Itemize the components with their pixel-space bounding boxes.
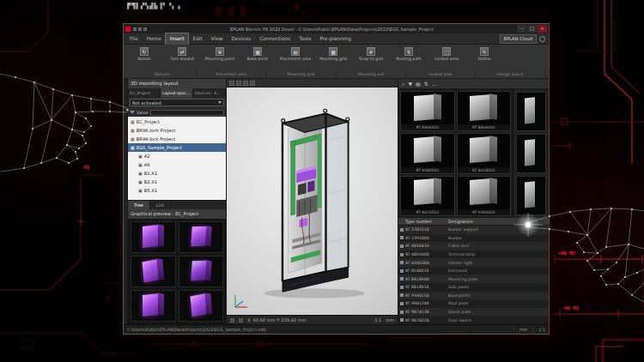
graphical-preview — [128, 219, 226, 324]
ribbon-tab[interactable]: Devices — [227, 33, 255, 45]
ribbon-button-icon: ⇄ — [178, 47, 186, 56]
ribbon-button[interactable]: ⊕ Mounting point — [203, 47, 237, 61]
table-row[interactable]: RT 8618500 Mounting plate — [398, 275, 549, 283]
ribbon-button[interactable]: ▩ Mounting grid — [316, 47, 350, 61]
enclosure-small-b[interactable] — [516, 134, 546, 173]
window-controls: –▢× — [517, 25, 547, 33]
ribbon-button[interactable]: ⇄ Turn around — [165, 47, 199, 61]
tree-item[interactable]: ▦ EC_Project — [128, 118, 226, 126]
part-icon — [400, 253, 404, 256]
tree-item-icon: ▣ — [138, 179, 143, 184]
panel-tab[interactable]: EC_Project — [128, 88, 161, 98]
quick-access-toolbar[interactable] — [133, 27, 147, 31]
ribbon-button[interactable]: ✎ Define — [467, 47, 501, 61]
ribbon-button[interactable]: ▤ Placement area — [278, 47, 313, 61]
snap-icon[interactable] — [230, 318, 234, 323]
value-input[interactable] — [150, 110, 224, 116]
title-bar[interactable]: EPLAN Electric P8 2022 Devel - C:\Users\… — [124, 24, 549, 33]
tree-item[interactable]: ▣ B2.X1 — [128, 178, 226, 186]
col-designation[interactable]: Designation — [447, 220, 549, 224]
ribbon-tab[interactable]: Home — [143, 33, 166, 45]
table-row[interactable]: RT 8618510 Side panel — [398, 283, 549, 292]
ribbon-tab[interactable]: Tools — [295, 33, 315, 45]
preview-title: Graphical preview - EC_Project — [128, 209, 226, 219]
sort-icon[interactable]: ⇅ — [424, 79, 428, 89]
more-icon[interactable]: … — [432, 79, 437, 89]
ribbon-tab[interactable]: Pre-planning — [315, 33, 355, 45]
cell-type-number: RT 2391000 — [405, 236, 448, 240]
ribbon-button-label: Mounting grid — [319, 57, 347, 61]
cell-type-number: RT 9340150 — [405, 293, 448, 298]
ribbon-button-label: Snap to grid — [359, 57, 383, 61]
ribbon-tab[interactable]: File — [125, 33, 143, 45]
part-thumbnail[interactable]: RT 8618500 — [457, 133, 512, 173]
table-row[interactable]: RT 4050435 Cable duct — [398, 242, 549, 250]
tree-item[interactable]: ▦ BR96.loch Project — [128, 126, 226, 135]
help-icon[interactable] — [539, 36, 545, 42]
enclosure-frame[interactable] — [179, 290, 224, 322]
table-row[interactable]: RT 9676226 Door switch — [398, 316, 549, 324]
enclosure-small-c[interactable] — [516, 176, 546, 215]
ribbon-tab[interactable]: Edit — [188, 33, 206, 45]
part-icon — [400, 286, 404, 289]
enclosure-thumb-icon — [179, 290, 222, 322]
3d-canvas[interactable] — [227, 87, 398, 315]
grid-icon[interactable] — [239, 318, 243, 323]
table-row[interactable]: RT 9661246 Roof plate — [398, 299, 549, 308]
filter-icon[interactable]: ▼ — [408, 79, 412, 89]
eplan-cloud-button[interactable]: EPLAN Cloud — [500, 34, 537, 44]
table-row[interactable]: RT 9340150 Base/plinth — [398, 292, 549, 300]
table-row[interactable]: RT 6206300 Interior light — [398, 258, 549, 267]
cell-type-number: RT 8618510 — [405, 285, 448, 289]
part-thumbnail[interactable]: RT 9340000 — [457, 176, 512, 216]
ribbon-tab[interactable]: Insert — [166, 33, 189, 45]
part-icon — [400, 269, 404, 273]
cell-type-number: RT 6206300 — [405, 261, 448, 265]
part-thumbnail[interactable]: RT 8084500 — [400, 133, 455, 173]
table-row[interactable]: RT 9674136 Gland plate — [398, 308, 549, 317]
enclosure-front[interactable] — [179, 221, 224, 253]
table-row[interactable]: RT 2383210 Busbar support — [398, 226, 549, 234]
ribbon-button[interactable]: ↻ Rotate — [127, 47, 161, 61]
enclosure-door[interactable] — [131, 290, 176, 322]
table-row[interactable]: RT 2391000 Busbar — [398, 234, 549, 243]
tree-item[interactable]: ▣ B5.X1 — [128, 186, 226, 195]
ribbon-button-label: Base point — [247, 57, 268, 61]
ribbon: ↻ Rotate ⇄ Turn around ⊕ Mounting point — [124, 45, 549, 79]
minimize-button[interactable]: – — [517, 25, 526, 33]
search-icon[interactable]: ⌕ — [402, 79, 404, 89]
col-type-number[interactable]: Type number — [398, 220, 447, 224]
filter-dropdown[interactable]: Not activated — [130, 99, 224, 106]
ribbon-button[interactable]: # Snap to grid — [354, 47, 388, 61]
table-row[interactable]: RT 8100235 Enclosure — [398, 267, 549, 275]
tree-item[interactable]: ▣ B1.X1 — [128, 169, 226, 178]
enclosure-open[interactable] — [131, 256, 176, 287]
part-thumbnail[interactable]: RT 8806000 — [457, 91, 512, 131]
tree-item-label: EGS_Sample_Project — [137, 145, 182, 150]
ribbon-button[interactable]: □ Locked area — [429, 47, 464, 61]
panel-tab[interactable]: Devices - EC P… — [193, 88, 226, 98]
wireframe-hand-left-dots — [15, 76, 128, 169]
enclosure-thumb-icon — [131, 222, 175, 252]
tree-item[interactable]: ▦ EGS_Sample_Project — [128, 143, 226, 152]
tree-item[interactable]: ▣ A2 — [128, 152, 226, 160]
panel-tab[interactable]: Layout space: EGS… — [161, 88, 193, 98]
ribbon-button[interactable]: ↯ Routing path — [392, 47, 426, 61]
view-tab[interactable]: List — [150, 201, 171, 209]
tree-item[interactable]: ▦ BR96.lock Project — [128, 135, 226, 143]
mounting-plate[interactable] — [179, 256, 224, 287]
table-row[interactable]: RT 4055500 Terminal strip — [398, 250, 549, 259]
part-thumbnail[interactable]: RT 8806500 — [400, 91, 455, 131]
viewport-toolbar[interactable] — [227, 79, 398, 87]
ribbon-tab[interactable]: Connections — [255, 33, 295, 45]
view-tab[interactable]: Tree — [128, 201, 150, 209]
enclosure-iso[interactable] — [131, 221, 176, 253]
part-thumbnail[interactable]: RT 8620500 — [400, 176, 455, 216]
ribbon-button[interactable]: ▦ Base point — [240, 47, 275, 61]
tree-item[interactable]: ▣ A6 — [128, 160, 226, 169]
maximize-button[interactable]: ▢ — [527, 25, 537, 33]
layout-icon[interactable]: ▤ — [416, 79, 421, 89]
close-button[interactable]: × — [538, 25, 547, 33]
ribbon-tab[interactable]: View — [207, 33, 228, 45]
enclosure-small-a[interactable] — [516, 92, 546, 131]
